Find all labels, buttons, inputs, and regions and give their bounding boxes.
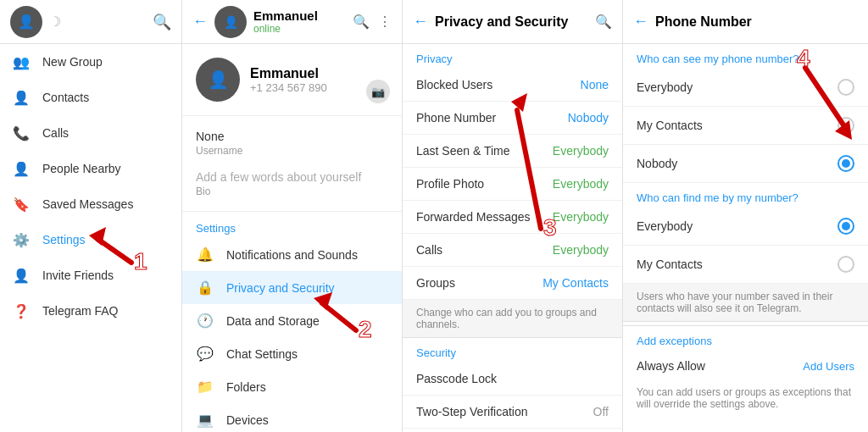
privacy-back-button[interactable]: ←: [413, 13, 428, 30]
notifications-label: Notifications and Sounds: [226, 248, 358, 262]
username-field[interactable]: None Username: [182, 123, 402, 163]
folders-label: Folders: [226, 380, 266, 394]
last-seen-item[interactable]: Last Seen & Time Everybody: [403, 135, 622, 168]
blocked-users-label: Blocked Users: [416, 78, 492, 91]
phone-number-item[interactable]: Phone Number Nobody: [403, 102, 622, 135]
camera-button[interactable]: 📷: [366, 80, 390, 103]
settings-item-devices[interactable]: 💻 Devices: [182, 403, 402, 432]
calls-icon: 📞: [12, 124, 31, 142]
two-step-label: Two-Step Verification: [416, 405, 528, 418]
user-info: Emmanuel online: [253, 8, 346, 35]
find-my-contacts-radio[interactable]: [837, 256, 854, 273]
blocked-users-item[interactable]: Blocked Users None: [403, 69, 622, 102]
contacts-icon: 👤: [12, 88, 31, 107]
find-my-contacts-item[interactable]: My Contacts: [623, 246, 868, 284]
find-note: Users who have your number saved in thei…: [623, 284, 868, 322]
sidebar-label-invite-friends: Invite Friends: [42, 269, 114, 282]
user-avatar: 👤: [214, 6, 247, 38]
back-button[interactable]: ←: [192, 13, 208, 30]
profile-photo-label: Profile Photo: [416, 177, 484, 191]
phone-body: Who can see my phone number? Everybody M…: [623, 44, 868, 432]
sidebar-item-calls[interactable]: 📞 Calls: [0, 115, 181, 151]
more-options-icon[interactable]: ⋮: [378, 14, 392, 30]
sidebar-item-people-nearby[interactable]: 👤 People Nearby: [0, 151, 181, 186]
see-nobody-item[interactable]: Nobody: [623, 145, 868, 183]
phone-title: Phone Number: [655, 14, 858, 30]
find-everybody-item[interactable]: Everybody: [623, 208, 868, 246]
privacy-header: ← Privacy and Security 🔍: [403, 0, 622, 44]
chat-settings-label: Chat Settings: [226, 347, 298, 361]
see-my-contacts-item[interactable]: My Contacts: [623, 107, 868, 145]
account-fields: None Username Add a few words about your…: [182, 116, 402, 212]
settings-header: ← 👤 Emmanuel online 🔍 ⋮: [182, 0, 402, 44]
settings-item-chat[interactable]: 💬 Chat Settings: [182, 337, 402, 370]
find-everybody-label: Everybody: [637, 219, 693, 233]
forwarded-messages-item[interactable]: Forwarded Messages Everybody: [403, 201, 622, 234]
sidebar-item-settings[interactable]: ⚙️ Settings: [0, 222, 181, 258]
settings-item-privacy[interactable]: 🔒 Privacy and Security: [182, 271, 402, 304]
sidebar-label-contacts: Contacts: [42, 91, 89, 104]
sidebar-item-contacts[interactable]: 👤 Contacts: [0, 80, 181, 115]
see-everybody-label: Everybody: [637, 80, 693, 94]
add-users-link[interactable]: Add Users: [803, 360, 854, 373]
privacy-icon: 🔒: [196, 280, 214, 296]
notifications-icon: 🔔: [196, 246, 214, 263]
two-step-item[interactable]: Two-Step Verification Off: [403, 396, 622, 429]
security-section-label: Security: [403, 338, 622, 363]
phone-number-value: Nobody: [568, 111, 609, 125]
see-nobody-radio[interactable]: [837, 155, 854, 172]
groups-label: Groups: [416, 276, 455, 290]
settings-item-data[interactable]: 🕐 Data and Storage: [182, 304, 402, 337]
see-my-contacts-label: My Contacts: [637, 119, 703, 132]
settings-panel: ← 👤 Emmanuel online 🔍 ⋮ 👤 Emmanuel +1 23…: [182, 0, 403, 432]
sidebar-search-icon[interactable]: 🔍: [153, 13, 171, 31]
profile-photo-item[interactable]: Profile Photo Everybody: [403, 168, 622, 201]
people-nearby-icon: 👤: [12, 159, 31, 178]
sidebar-label-new-group: New Group: [42, 55, 103, 69]
avatar[interactable]: 👤: [10, 6, 42, 38]
calls-value: Everybody: [553, 243, 609, 257]
see-my-contacts-radio[interactable]: [837, 117, 854, 134]
profile-photo-value: Everybody: [553, 177, 609, 191]
see-everybody-item[interactable]: Everybody: [623, 69, 868, 107]
active-sessions-item[interactable]: Active Sessions: [403, 429, 622, 432]
phone-number-label: Phone Number: [416, 111, 496, 125]
search-chat-icon[interactable]: 🔍: [353, 14, 370, 30]
privacy-body: Privacy Blocked Users None Phone Number …: [403, 44, 622, 432]
phone-back-button[interactable]: ←: [633, 13, 648, 30]
groups-value: My Contacts: [542, 276, 609, 290]
groups-item[interactable]: Groups My Contacts: [403, 267, 622, 300]
data-label: Data and Storage: [226, 314, 320, 328]
privacy-label: Privacy and Security: [226, 281, 335, 295]
last-seen-value: Everybody: [553, 144, 609, 158]
settings-item-notifications[interactable]: 🔔 Notifications and Sounds: [182, 238, 402, 271]
passcode-item[interactable]: Passcode Lock: [403, 363, 622, 396]
two-step-value: Off: [593, 405, 609, 418]
sidebar-item-invite-friends[interactable]: 👤 Invite Friends: [0, 258, 181, 293]
settings-item-folders[interactable]: 📁 Folders: [182, 370, 402, 403]
last-seen-label: Last Seen & Time: [416, 144, 510, 158]
see-everybody-radio[interactable]: [837, 79, 854, 96]
account-avatar: 👤: [196, 58, 240, 102]
privacy-search-icon[interactable]: 🔍: [595, 14, 612, 30]
settings-body: 👤 Emmanuel +1 234 567 890 📷 None Usernam…: [182, 44, 402, 432]
phone-header: ← Phone Number: [623, 0, 868, 44]
privacy-panel: ← Privacy and Security 🔍 Privacy Blocked…: [403, 0, 623, 432]
bio-label: Bio: [196, 186, 388, 197]
who-find-title: Who can find me by my number?: [623, 183, 868, 208]
username-value: None: [196, 130, 388, 143]
sidebar-item-new-group[interactable]: 👥 New Group: [0, 44, 181, 80]
faq-icon: ❓: [12, 302, 31, 320]
forwarded-messages-value: Everybody: [553, 210, 609, 224]
sidebar-item-saved-messages[interactable]: 🔖 Saved Messages: [0, 186, 181, 222]
find-everybody-radio[interactable]: [837, 218, 854, 235]
settings-icon: ⚙️: [12, 230, 31, 249]
data-icon: 🕐: [196, 313, 214, 329]
privacy-section-label: Privacy: [403, 44, 622, 69]
sidebar-item-telegram-faq[interactable]: ❓ Telegram FAQ: [0, 293, 181, 329]
blocked-users-value: None: [581, 78, 609, 91]
who-see-title: Who can see my phone number?: [623, 44, 868, 69]
bio-field[interactable]: Add a few words about yourself Bio: [182, 163, 402, 204]
night-mode-icon[interactable]: ☽: [49, 14, 61, 30]
calls-item[interactable]: Calls Everybody: [403, 234, 622, 267]
